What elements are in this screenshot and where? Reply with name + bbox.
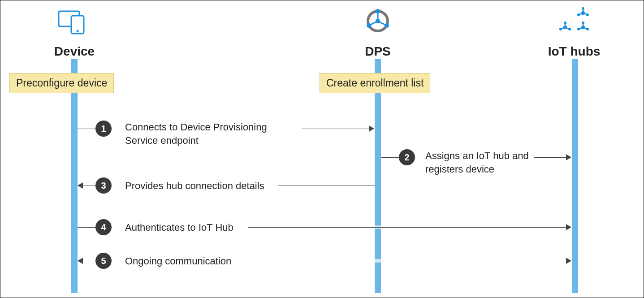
arrow-step1-stub — [78, 129, 95, 129]
device-title: Device — [50, 44, 99, 59]
step2-text: Assigns an IoT hub and registers device — [425, 149, 529, 176]
arrow-step1 — [302, 129, 369, 129]
arrow-step3 — [278, 186, 375, 186]
step5-text: Ongoing communication — [125, 255, 231, 268]
svg-point-20 — [564, 22, 566, 24]
step5-number: 5 — [101, 256, 106, 266]
svg-point-29 — [587, 28, 588, 30]
svg-line-9 — [378, 21, 386, 25]
svg-point-24 — [560, 28, 562, 30]
iothubs-title: IoT hubs — [543, 44, 605, 59]
step5-badge: 5 — [95, 253, 112, 269]
step1-number: 1 — [101, 124, 106, 134]
preconfigure-device-box: Preconfigure device — [9, 73, 114, 93]
step4-badge: 4 — [95, 219, 112, 235]
iothubs-icon — [556, 7, 592, 35]
dps-title: DPS — [363, 44, 392, 59]
iothubs-lifeline — [572, 59, 578, 293]
step5-label: Ongoing communication — [125, 255, 231, 267]
svg-point-22 — [569, 28, 571, 30]
step4-number: 4 — [101, 222, 106, 233]
step3-text: Provides hub connection details — [125, 179, 264, 193]
step3-badge: 3 — [95, 177, 112, 194]
dps-icon — [363, 7, 392, 35]
arrow-step2-stub — [381, 157, 399, 158]
svg-point-15 — [587, 14, 588, 16]
arrow-step4 — [248, 227, 566, 228]
svg-point-31 — [578, 28, 579, 30]
step2-number: 2 — [404, 152, 409, 163]
svg-point-13 — [582, 8, 584, 9]
step3-label: Provides hub connection details — [125, 180, 264, 191]
arrow-step2 — [534, 157, 566, 158]
device-lifeline — [71, 59, 78, 293]
arrow-step5 — [247, 261, 566, 261]
svg-point-6 — [367, 23, 371, 28]
svg-point-2 — [77, 30, 79, 32]
step1-badge: 1 — [95, 121, 112, 137]
svg-point-17 — [578, 14, 579, 16]
dps-lifeline — [375, 59, 381, 293]
svg-point-5 — [385, 23, 389, 28]
step4-text: Authenticates to IoT Hub — [125, 221, 233, 234]
arrow-step3-stub — [83, 186, 95, 186]
arrow-step5-head-r — [566, 258, 571, 264]
step1-text: Connects to Device Provisioning Service … — [125, 121, 267, 147]
arrow-step5-stub — [83, 261, 95, 261]
svg-point-27 — [582, 22, 584, 24]
create-enrollment-box: Create enrollment list — [320, 73, 430, 93]
arrow-step5-head-l — [78, 258, 83, 264]
svg-line-10 — [370, 21, 378, 25]
device-icon — [58, 9, 89, 35]
step2-badge: 2 — [399, 149, 415, 165]
arrow-step2-head — [566, 154, 571, 160]
step3-number: 3 — [101, 181, 106, 191]
step1-label: Connects to Device Provisioning Service … — [125, 121, 267, 146]
arrow-step4-head — [566, 224, 571, 230]
arrow-step3-head — [78, 182, 83, 189]
arrow-step1-head — [369, 125, 374, 132]
step2-label: Assigns an IoT hub and registers device — [425, 150, 529, 175]
arrow-step4-stub — [78, 227, 95, 228]
step4-label: Authenticates to IoT Hub — [125, 222, 233, 233]
